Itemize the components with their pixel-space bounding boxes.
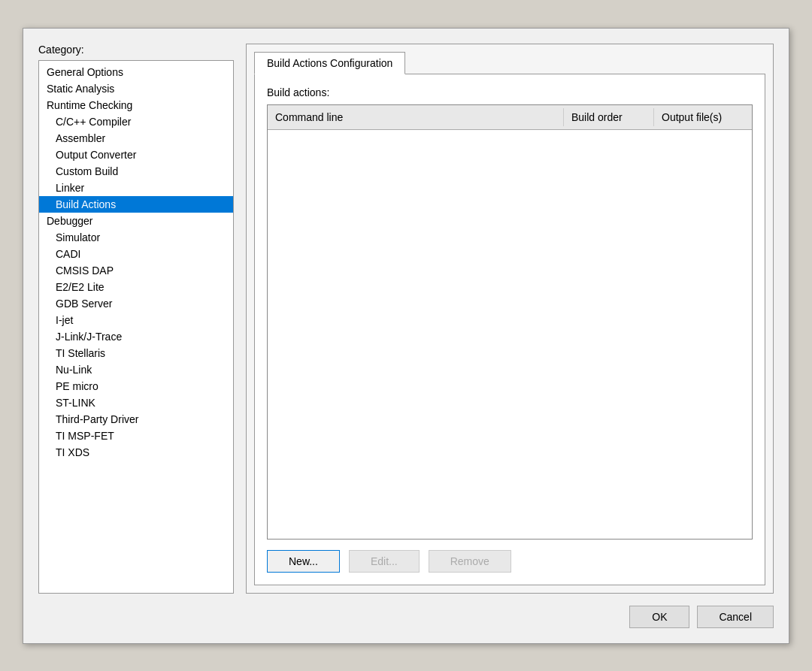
category-item-cadi[interactable]: CADI: [39, 246, 233, 262]
category-item-general-options[interactable]: General Options: [39, 64, 233, 80]
remove-button[interactable]: Remove: [429, 550, 511, 573]
category-item-gdb-server[interactable]: GDB Server: [39, 295, 233, 312]
category-item-third-party-driver[interactable]: Third-Party Driver: [39, 411, 233, 428]
column-command-line: Command line: [268, 108, 564, 126]
options-dialog: Category: General OptionsStatic Analysis…: [23, 28, 789, 644]
tab-content: Build actions: Command line Build order …: [254, 74, 765, 585]
dialog-body: Category: General OptionsStatic Analysis…: [38, 44, 774, 594]
category-item-nu-link[interactable]: Nu-Link: [39, 361, 233, 378]
edit-button[interactable]: Edit...: [349, 550, 420, 573]
category-list: General OptionsStatic AnalysisRuntime Ch…: [38, 60, 234, 594]
category-item-debugger[interactable]: Debugger: [39, 213, 233, 229]
category-item-pe-micro[interactable]: PE micro: [39, 378, 233, 394]
category-label: Category:: [38, 44, 234, 56]
category-item-ti-stellaris[interactable]: TI Stellaris: [39, 345, 233, 361]
button-row: New... Edit... Remove: [267, 550, 753, 573]
category-item-static-analysis[interactable]: Static Analysis: [39, 80, 233, 97]
category-item-assembler[interactable]: Assembler: [39, 130, 233, 147]
category-item-ti-xds[interactable]: TI XDS: [39, 444, 233, 461]
category-item-runtime-checking[interactable]: Runtime Checking: [39, 97, 233, 113]
tab-build-actions-configuration[interactable]: Build Actions Configuration: [254, 52, 405, 74]
category-item-jlink-jtrace[interactable]: J-Link/J-Trace: [39, 328, 233, 345]
category-item-cpp-compiler[interactable]: C/C++ Compiler: [39, 113, 233, 130]
table-header: Command line Build order Output file(s): [268, 105, 752, 130]
category-item-output-converter[interactable]: Output Converter: [39, 147, 233, 163]
category-item-cmsis-dap[interactable]: CMSIS DAP: [39, 262, 233, 279]
category-panel: Category: General OptionsStatic Analysis…: [38, 44, 234, 594]
category-item-i-jet[interactable]: I-jet: [39, 312, 233, 328]
new-button[interactable]: New...: [267, 550, 340, 573]
category-item-st-link[interactable]: ST-LINK: [39, 394, 233, 411]
build-actions-table: Command line Build order Output file(s): [267, 104, 753, 540]
category-item-linker[interactable]: Linker: [39, 180, 233, 196]
build-actions-label: Build actions:: [267, 86, 753, 98]
tab-bar: Build Actions Configuration: [254, 52, 765, 74]
content-panel: Build Actions Configuration Build action…: [246, 44, 774, 594]
table-body: [268, 130, 752, 539]
category-item-custom-build[interactable]: Custom Build: [39, 163, 233, 180]
column-build-order: Build order: [564, 108, 654, 126]
dialog-footer: OK Cancel: [38, 594, 774, 628]
category-item-build-actions[interactable]: Build Actions: [39, 196, 233, 213]
category-item-e2e2-lite[interactable]: E2/E2 Lite: [39, 279, 233, 295]
ok-button[interactable]: OK: [629, 606, 689, 628]
cancel-button[interactable]: Cancel: [697, 606, 774, 628]
category-item-simulator[interactable]: Simulator: [39, 229, 233, 246]
category-item-ti-msp-fet[interactable]: TI MSP-FET: [39, 428, 233, 444]
column-output-files: Output file(s): [654, 108, 752, 126]
